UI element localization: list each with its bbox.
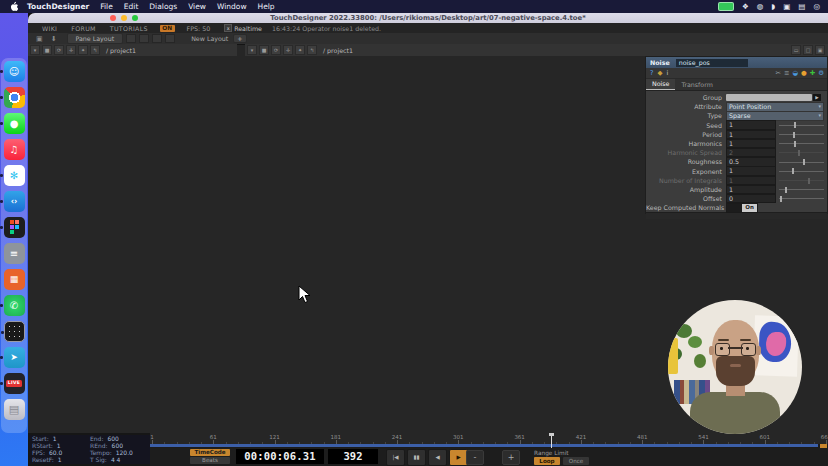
timeline-field-resetf[interactable]: ResetF:1 [32,456,90,463]
timecode-button[interactable]: TimeCode [190,449,230,456]
param-slider-harmonic-spread[interactable] [779,149,824,157]
add-icon[interactable]: ✚ [810,70,815,77]
dock-vscode[interactable]: ‹› [4,191,25,212]
pane-header-button-4[interactable]: ✛ [283,45,293,55]
pane-header-button-1[interactable]: ▾ [30,45,40,55]
left-pane-path[interactable]: / project1 [106,47,136,54]
param-value-amplitude[interactable]: 1 [726,185,776,195]
gear-icon[interactable]: ⚙ [818,70,824,77]
pane-header-button-6[interactable]: ↰ [307,45,317,55]
menubar-item-touchdesigner[interactable]: TouchDesigner [27,2,89,11]
pane-header-button-4[interactable]: ✛ [66,45,76,55]
param-slider-exponent[interactable] [779,167,824,175]
topbar-link-forum[interactable]: FORUM [71,25,96,32]
pane-header-button-3[interactable]: ⟳ [271,45,281,55]
once-button[interactable]: Once [563,457,589,465]
window-titlebar[interactable]: TouchDesigner 2022.33800: /Users/rikioma… [28,13,828,23]
layout-preset-2[interactable] [139,34,149,43]
param-slider-seed[interactable] [779,121,824,129]
playhead[interactable] [551,433,552,448]
slider-thumb[interactable] [808,178,810,184]
dock-whatsapp[interactable]: ✆ [4,295,25,316]
circle-icon[interactable]: ● [801,70,807,77]
menubar-item-file[interactable]: File [100,2,113,11]
timeline-field-fps[interactable]: FPS:60.0 [32,449,90,456]
apple-menu-icon[interactable] [10,1,18,13]
layout-preset-4[interactable] [165,34,175,43]
jump-start-button[interactable]: |◀ [386,449,405,466]
param-tab-noise[interactable]: Noise [646,79,675,90]
menubar-item-window[interactable]: Window [217,2,247,11]
cut-icon[interactable]: ✂ [775,70,780,77]
slider-thumb[interactable] [793,132,795,138]
battery-icon[interactable] [718,2,734,11]
param-value-harmonics[interactable]: 1 [726,139,776,149]
dock-figma[interactable] [4,217,25,238]
grid-icon[interactable]: ▣ [36,35,43,43]
timeline-field-tempo[interactable]: Tempo:120.0 [90,449,152,456]
control-center-icon[interactable]: ◎ [813,2,820,11]
slider-thumb[interactable] [785,187,787,193]
stats-icon[interactable]: ❖ [742,2,749,11]
param-value-exponent[interactable]: 1 [726,166,776,176]
pane-header-button-5[interactable]: ✦ [78,45,88,55]
param-toggle-keep-computed-normals[interactable]: On [726,203,758,213]
dock-trash[interactable]: ▤ [4,399,25,420]
play-reverse-button[interactable]: ◀ [428,449,447,466]
help-icon[interactable]: ? [650,70,653,77]
pane-header-button-1[interactable]: ▾ [247,45,257,55]
slider-thumb[interactable] [803,159,805,165]
dock-slack[interactable]: ✻ [4,165,25,186]
dock-touchdesigner[interactable] [4,321,25,342]
copy-icon[interactable]: ≡ [784,70,789,77]
network-path-breadcrumb[interactable]: / project1 [323,47,353,54]
pane-header-button-2[interactable]: ■ [42,45,52,55]
param-slider-number-of-integrals[interactable] [779,177,824,185]
param-menu-arrow[interactable]: ▶ [813,94,821,101]
menubar-item-dialogs[interactable]: Dialogs [149,2,177,11]
dock-live-app[interactable]: LIVE [4,373,25,394]
param-slider-period[interactable] [779,131,824,139]
new-layout-label[interactable]: New Layout [191,35,228,42]
realtime-checkbox[interactable]: x [224,24,232,32]
param-tab-transform[interactable]: Transform [675,80,718,90]
pause-button[interactable]: ▮▮ [407,449,426,466]
param-value-period[interactable]: 1 [726,130,776,140]
slider-thumb[interactable] [798,150,800,156]
add-layout-button[interactable]: + [233,34,246,43]
param-dropdown-attribute[interactable]: Point Position▾ [726,102,824,112]
menubar-item-help[interactable]: Help [258,2,275,11]
param-slider-roughness[interactable] [779,158,824,166]
timeline-field-end[interactable]: End:600 [90,435,152,442]
pane-corner-button-1[interactable]: ▭ [791,45,801,55]
slider-thumb[interactable] [794,122,796,128]
topbar-link-tutorials[interactable]: TUTORIALS [110,25,148,32]
globe-icon[interactable]: ◍ [757,2,764,11]
dock-finder[interactable]: ☺ [4,61,25,82]
frame-display[interactable]: 392 [328,449,378,464]
param-value-seed[interactable]: 1 [726,120,776,130]
dock-orange-app[interactable]: ▦ [4,269,25,290]
dock-notes-gray[interactable]: ≡ [4,243,25,264]
timeline-field-start[interactable]: Start:1 [32,435,90,442]
slider-thumb[interactable] [794,141,796,147]
pane-layout-dropdown[interactable]: Pane Layout [67,33,124,44]
timeline-zoom-out-button[interactable]: - [466,450,484,465]
pane-header-button-3[interactable]: ⟳ [54,45,64,55]
param-value-number-of-integrals[interactable]: 1 [726,176,776,186]
timeline-zoom-in-button[interactable]: + [502,450,520,465]
pane-header-button-5[interactable]: ✦ [295,45,305,55]
param-slider-harmonics[interactable] [779,140,824,148]
timeline-field-t-sig[interactable]: T Sig:4 4 [90,456,152,463]
language-icon[interactable]: ◒ [792,70,798,77]
menubar-item-view[interactable]: View [188,2,206,11]
screen-share-icon[interactable]: ▣ [783,2,790,11]
pane-header-button-6[interactable]: ↰ [90,45,100,55]
info-icon[interactable]: i [666,70,668,77]
pane-header-button-2[interactable]: ■ [259,45,269,55]
param-slider-amplitude[interactable] [779,186,824,194]
lock-icon[interactable]: ◆ [657,70,662,77]
param-dropdown-type[interactable]: Sparse▾ [726,111,824,121]
layout-preset-1[interactable] [126,34,136,43]
dock-messages[interactable]: ● [4,113,25,134]
